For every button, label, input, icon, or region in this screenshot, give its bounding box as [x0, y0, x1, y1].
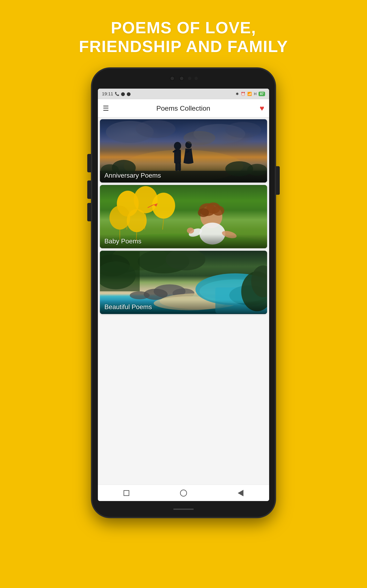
phone-device: 19:11 📞 ⬤ ⬤ ✱ ⏰ 📶 H 87 ☰ Poems Collectio… [92, 68, 275, 517]
speaker-dot-1 [188, 77, 191, 80]
status-bar: 19:11 📞 ⬤ ⬤ ✱ ⏰ 📶 H 87 [98, 89, 269, 99]
network-type-icon: H [254, 92, 257, 96]
bluetooth-icon: ✱ [236, 92, 239, 96]
circle-icon-1: ⬤ [121, 92, 125, 96]
category-card-anniversary[interactable]: Anniversary Poems [100, 119, 267, 182]
signal-icon: 📶 [247, 92, 252, 96]
home-indicator [173, 509, 194, 510]
front-camera-center [179, 76, 184, 81]
category-card-beautiful[interactable]: Beautiful Poems [100, 251, 267, 314]
svg-point-35 [198, 208, 209, 217]
anniversary-card-label: Anniversary Poems [100, 168, 267, 182]
beautiful-card-label: Beautiful Poems [100, 300, 267, 314]
phone-icon: 📞 [115, 92, 119, 96]
app-title: Poems Collection [115, 104, 252, 112]
status-time: 19:11 [102, 91, 113, 96]
favorite-icon[interactable]: ♥ [259, 104, 264, 113]
svg-point-28 [127, 209, 147, 232]
svg-point-39 [187, 228, 194, 233]
circle-icon-2: ⬤ [127, 92, 131, 96]
svg-point-24 [109, 206, 130, 229]
svg-point-34 [212, 206, 225, 216]
baby-label-text: Baby Poems [104, 237, 141, 245]
nav-back-button[interactable] [235, 488, 246, 498]
anniversary-label-text: Anniversary Poems [104, 172, 161, 179]
phone-bottom [92, 501, 275, 517]
app-bar: ☰ Poems Collection ♥ [98, 99, 269, 117]
svg-point-16 [225, 122, 261, 138]
bottom-nav [98, 485, 269, 501]
content-area: Anniversary Poems [98, 117, 269, 485]
nav-home-button[interactable] [178, 488, 189, 498]
nav-square-button[interactable] [121, 488, 132, 498]
phone-screen: 19:11 📞 ⬤ ⬤ ✱ ⏰ 📶 H 87 ☰ Poems Collectio… [98, 89, 269, 501]
svg-point-6 [174, 142, 181, 150]
svg-point-14 [136, 120, 175, 138]
menu-icon[interactable]: ☰ [103, 104, 109, 112]
front-camera-left [170, 76, 175, 81]
category-card-baby[interactable]: Baby Poems [100, 185, 267, 248]
page-title: POEMS OF LOVE, FRIENDSHIP AND FAMILY [41, 18, 326, 56]
svg-point-17 [184, 131, 215, 145]
svg-point-51 [130, 291, 150, 299]
back-icon [238, 490, 243, 496]
alarm-icon: ⏰ [241, 92, 245, 96]
beautiful-label-text: Beautiful Poems [104, 303, 152, 311]
phone-top-bar [92, 68, 275, 89]
baby-card-label: Baby Poems [100, 234, 267, 248]
battery-level: 87 [259, 92, 265, 96]
square-icon [124, 490, 129, 496]
circle-icon [180, 490, 187, 497]
speaker-dot-2 [194, 77, 198, 80]
